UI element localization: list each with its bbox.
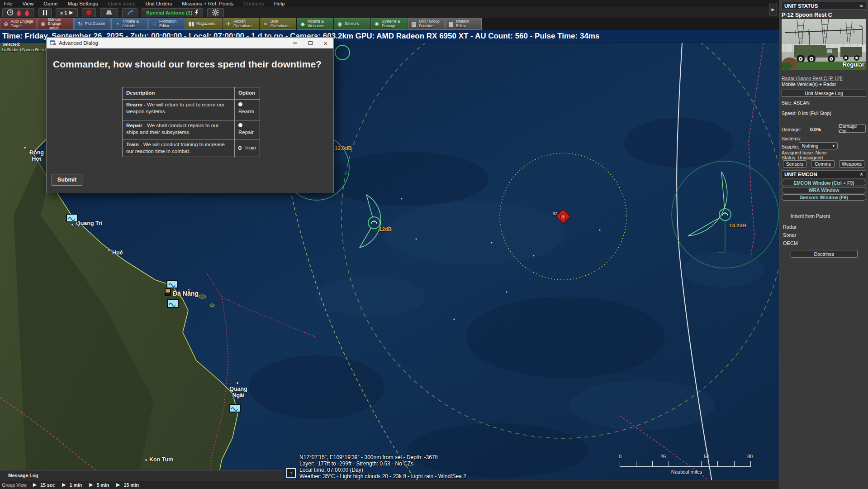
tool-label: Manual Engage Target [48,18,72,31]
damage-ctrl-button[interactable]: Damage Ctrl [839,125,866,133]
tab-sensors[interactable]: Sensors [783,160,806,168]
radar-unit-icon[interactable] [166,280,178,288]
tab-comms[interactable]: Comms [811,160,835,168]
close-button[interactable]: × [318,38,333,48]
time-compression-button[interactable]: x 1 ▶ [56,8,78,17]
unit-emcon-header[interactable]: UNIT EMCON « [782,170,866,178]
menu-bar: File View Game Map Settings Quick Jump U… [0,0,779,7]
supplies-dropdown[interactable]: Nothing ▾ [799,142,838,149]
time-step-15min[interactable]: ▶15 min [116,482,139,488]
play-icon: ▶ [33,482,37,488]
record-button[interactable] [82,8,96,17]
formation-editor-button[interactable]: ∷Formation Editor [148,18,185,30]
mounts-weapons-button[interactable]: ◆Mounts & Weapons [297,18,333,30]
tool-label: Systems & Damage [382,19,406,28]
radar-unit-icon[interactable] [229,404,241,412]
plot-course-button[interactable]: ↻Plot Course [74,18,111,30]
plot-course-icon: ↻ [77,21,83,27]
menu-game[interactable]: Game [39,1,63,6]
emcon-window-button[interactable]: EMCON Window (Ctrl + F9) [782,180,866,186]
scale-tick-label: 26 [660,454,666,459]
pause-button[interactable] [38,8,52,17]
group-view-label[interactable]: Group View [0,482,33,488]
gear-icon [212,9,219,16]
island [210,304,214,307]
message-log-bar[interactable]: Message Log [0,470,283,480]
tab-weapons[interactable]: Weapons [839,160,864,168]
radio-train-selected[interactable] [238,146,242,150]
unit-status-header[interactable]: UNIT STATUS « [782,2,866,10]
magazines-button[interactable]: ▮▮Magazines [185,18,222,30]
mission-editor-button[interactable]: ▦Mission Editor [445,18,482,30]
record-icon [86,10,91,15]
radar-unit-icon[interactable] [66,214,78,222]
city-label-kon-tum: Kon Tum [149,456,173,463]
flame-icon [24,9,30,16]
submit-button[interactable]: Submit [52,174,82,186]
time-step-1min[interactable]: ▶1 min [62,482,82,488]
emcon-row-name: Sonar [783,232,796,238]
camera-icon [104,10,114,15]
time-step-bar: Group View ▶15 sec ▶1 min ▶5 min ▶15 min [0,480,779,489]
systems-damage-button[interactable]: ✱Systems & Damage [371,18,408,30]
aircraft-operations-button[interactable]: ✈Aircraft Operations [223,18,259,30]
sidebar-collapse-tab[interactable]: ▶ [769,4,777,15]
option-description-repair: Repair - We shall conduct repairs to our… [123,120,235,139]
unit-message-log-button[interactable]: Unit Message Log [782,90,866,97]
blue-arrow-icon [127,10,133,16]
menu-missions-ref-points[interactable]: Missions + Ref. Points [178,1,239,6]
emcon-row-name: Radar [783,224,797,230]
sensors-button[interactable]: ◉Sensors [334,18,370,30]
installation-icon[interactable] [165,288,171,296]
speed-label: Speed: 0 kts (Full Stop) [782,110,831,116]
clock-icon [7,9,14,16]
radio-repair[interactable] [238,123,242,127]
settings-button[interactable] [207,8,224,17]
unit-db-link[interactable]: Radar (Spoon Rest C [P-12]) [782,76,843,81]
maximize-icon [308,41,313,45]
menu-file[interactable]: File [0,1,19,6]
radar-unit-icon[interactable] [167,299,179,308]
unit-group-doctrine-button[interactable]: ▤Unit / Group Doctrine [408,18,445,30]
local-time-line: Local time: 07:00:00 (Day) [299,467,466,473]
play-icon: ▶ [89,482,93,488]
time-step-15sec[interactable]: ▶15 sec [33,482,55,488]
tool-label: Sensors [345,22,359,26]
dialog-title-bar[interactable]: Advanced Dialog × [47,38,333,48]
time-step-5min[interactable]: ▶5 min [89,482,109,488]
cursor-elevation-icon: ↑ [286,468,296,478]
supplies-value: Nothing [802,143,818,149]
jump-button[interactable] [122,8,138,17]
inherit-label: Inherit from Parent [791,213,830,219]
city-label-quang-tri: Quang Tri [76,220,102,226]
throttle-altitude-button[interactable]: ◔Throttle & Altitude [111,18,148,30]
menu-help[interactable]: Help [270,1,291,6]
dialog-title: Advanced Dialog [59,40,98,46]
special-actions-button[interactable]: Special Actions (2) [142,8,203,17]
game-speed-flames-button[interactable] [2,8,34,17]
unit-status-sidebar: UNIT STATUS « P-12 Spoon Rest C [779,0,868,489]
scale-baseline [620,466,751,467]
menu-map-settings[interactable]: Map Settings [64,1,104,6]
collapse-chevrons-icon[interactable]: « [859,173,865,176]
sensors-window-button[interactable]: Sensors Window (F9) [782,194,866,201]
city-marker [24,146,26,149]
collapse-chevrons-icon[interactable]: « [859,5,865,8]
winforms-app-icon [50,40,56,46]
option-cell-train: Train [235,139,260,157]
doctrines-button[interactable]: Doctrines [791,250,858,258]
wra-window-button[interactable]: WRA Window [782,187,866,193]
selected-label: Selected: [2,42,20,47]
option-rest: - We will conduct training to increase o… [126,142,225,154]
menu-view[interactable]: View [19,1,40,6]
radio-rearm[interactable] [238,102,242,106]
maximize-button[interactable] [303,38,318,48]
pause-icon [43,10,47,15]
auto-engage-target-button[interactable]: ⊕Auto Engage Target [0,18,37,30]
minimize-button[interactable] [287,38,303,48]
menu-unit-orders[interactable]: Unit Orders [141,1,178,6]
camera-button[interactable] [100,8,118,17]
unit-type: Mobile Vehicle(s) + Radar [782,82,836,87]
boat-operations-button[interactable]: ≈Boat Operations [260,18,296,30]
manual-engage-target-button[interactable]: ⊗Manual Engage Target [37,18,74,30]
